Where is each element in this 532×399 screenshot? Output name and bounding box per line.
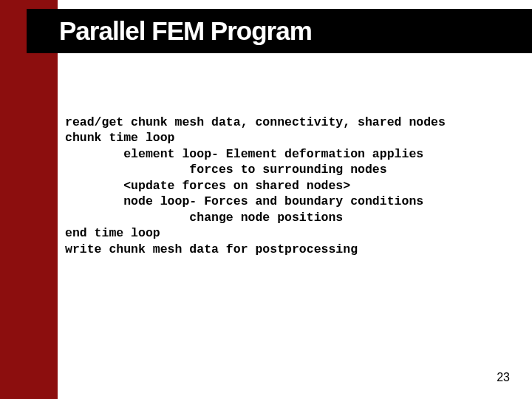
page-number: 23 <box>497 371 510 384</box>
pseudocode-block: read/get chunk mesh data, connectivity, … <box>65 115 523 257</box>
title-bar: Parallel FEM Program <box>27 9 532 53</box>
slide-content: read/get chunk mesh data, connectivity, … <box>65 115 523 257</box>
sidebar-accent <box>0 0 58 399</box>
slide-title: Parallel FEM Program <box>59 16 312 46</box>
